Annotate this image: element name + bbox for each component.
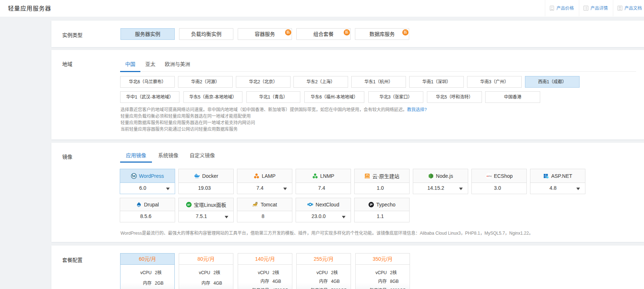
svg-text:shop: shop <box>488 175 492 177</box>
svg-text:W: W <box>132 173 136 179</box>
svg-text:BT: BT <box>187 203 190 206</box>
